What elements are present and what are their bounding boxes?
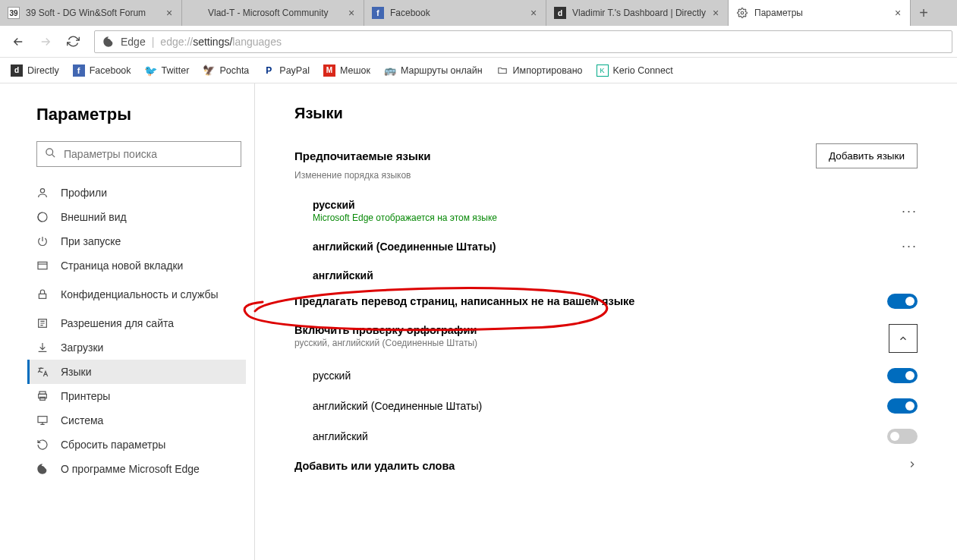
settings-search[interactable] — [36, 141, 241, 167]
power-icon — [36, 235, 50, 247]
edge-icon — [102, 36, 115, 48]
add-languages-button[interactable]: Добавить языки — [816, 143, 918, 168]
gear-icon — [736, 7, 748, 19]
bookmark-twitter[interactable]: 🐦Twitter — [139, 60, 196, 81]
tab-5-active[interactable]: Параметры × — [729, 0, 911, 26]
translate-label: Предлагать перевод страниц, написанных н… — [294, 295, 634, 307]
search-input[interactable] — [64, 148, 233, 160]
sidebar-heading: Параметры — [36, 105, 254, 124]
spell-item-english: английский — [294, 421, 918, 451]
nav-languages[interactable]: Языки — [27, 360, 246, 384]
nav-newtab[interactable]: Страница новой вкладки — [27, 253, 246, 278]
svg-rect-10 — [38, 417, 47, 423]
routes-icon: 🚌 — [384, 64, 396, 77]
edge-icon — [36, 463, 50, 475]
collapse-button[interactable] — [889, 324, 918, 353]
tab-strip: 39 39 Soft - DG Win&Soft Forum × Vlad-T … — [0, 0, 957, 26]
nav-reset[interactable]: Сбросить параметры — [27, 433, 246, 457]
tab-2[interactable]: Vlad-T - Microsoft Community × — [182, 0, 364, 26]
spell-toggle-en-us[interactable] — [887, 398, 918, 414]
language-icon — [36, 366, 50, 378]
favicon-microsoft — [190, 7, 202, 19]
svg-point-2 — [40, 189, 44, 193]
close-icon[interactable]: × — [892, 7, 904, 19]
main-heading: Языки — [294, 105, 918, 122]
favicon-facebook: f — [372, 7, 384, 19]
close-icon[interactable]: × — [527, 7, 540, 19]
nav-printers[interactable]: Принтеры — [27, 384, 246, 408]
svg-rect-5 — [39, 294, 46, 298]
tab-4[interactable]: d Vladimir T.'s Dashboard | Directly × — [546, 0, 729, 26]
translate-setting-row: Предлагать перевод страниц, написанных н… — [294, 286, 918, 316]
bookmark-pochta[interactable]: 🦅Pochta — [197, 60, 255, 81]
tab-title: 39 Soft - DG Win&Soft Forum — [26, 8, 163, 18]
nav-about[interactable]: О программе Microsoft Edge — [27, 457, 246, 481]
nav-profiles[interactable]: Профили — [27, 181, 246, 205]
svg-point-1 — [46, 148, 53, 155]
nav-startup[interactable]: При запуске — [27, 229, 246, 253]
more-icon[interactable]: ··· — [902, 203, 918, 219]
bookmark-facebook[interactable]: fFacebook — [67, 60, 137, 81]
refresh-button[interactable] — [59, 28, 87, 55]
svg-rect-4 — [38, 262, 47, 269]
chevron-up-icon — [898, 333, 908, 344]
spellcheck-setting-row: Включить проверку орфографии русский, ан… — [294, 316, 918, 360]
address-prefix: Edge — [121, 36, 146, 48]
tab-title: Vladimir T.'s Dashboard | Directly — [572, 8, 710, 18]
meshok-icon: М — [323, 64, 335, 77]
new-tab-button[interactable]: + — [911, 0, 937, 26]
tab-title: Facebook — [390, 8, 527, 18]
system-icon — [36, 414, 50, 426]
download-icon — [36, 341, 50, 354]
svg-rect-9 — [40, 397, 46, 400]
nav-site-permissions[interactable]: Разрешения для сайта — [27, 311, 246, 335]
bookmark-kerio[interactable]: KKerio Connect — [590, 60, 679, 81]
bookmark-routes[interactable]: 🚌Маршруты онлайн — [378, 60, 489, 81]
nav-privacy[interactable]: Конфиденциальность и службы — [27, 278, 246, 311]
dictionary-row[interactable]: Добавить или удалить слова — [294, 451, 918, 480]
spell-toggle-english[interactable] — [887, 429, 918, 444]
tab-1[interactable]: 39 39 Soft - DG Win&Soft Forum × — [0, 0, 182, 26]
settings-sidebar: Параметры Профили Внешний вид При запуск… — [0, 83, 255, 560]
address-bar[interactable]: Edge | edge://settings/languages — [94, 30, 952, 53]
tab-3[interactable]: f Facebook × — [364, 0, 546, 26]
newtab-icon — [36, 260, 50, 272]
search-icon — [45, 147, 56, 162]
toolbar: Edge | edge://settings/languages — [0, 26, 957, 58]
tab-title: Vlad-T - Microsoft Community — [208, 8, 345, 18]
directly-icon: d — [11, 64, 23, 77]
preferred-languages-sub: Изменение порядка языков — [294, 170, 918, 181]
facebook-icon: f — [73, 64, 85, 77]
lock-icon — [36, 288, 50, 300]
language-item-english[interactable]: английский — [294, 262, 918, 286]
spellcheck-label: Включить проверку орфографии — [294, 324, 477, 336]
chevron-right-icon — [907, 459, 918, 473]
spell-item-russian: русский — [294, 360, 918, 391]
profile-icon — [36, 187, 50, 199]
tab-title: Параметры — [754, 8, 892, 18]
translate-toggle[interactable] — [887, 294, 918, 309]
main-panel: Языки Предпочитаемые языки Добавить язык… — [255, 83, 957, 560]
close-icon[interactable]: × — [710, 7, 722, 19]
separator: | — [152, 36, 155, 48]
twitter-icon: 🐦 — [145, 64, 157, 77]
close-icon[interactable]: × — [345, 7, 357, 19]
svg-point-0 — [741, 11, 744, 14]
favicon-directly: d — [554, 7, 566, 19]
nav-appearance[interactable]: Внешний вид — [27, 205, 246, 229]
nav-downloads[interactable]: Загрузки — [27, 335, 246, 360]
forward-button[interactable] — [32, 28, 59, 55]
more-icon[interactable]: ··· — [902, 238, 918, 254]
spell-toggle-russian[interactable] — [887, 368, 918, 383]
language-item-en-us[interactable]: английский (Соединенные Штаты) ··· — [294, 231, 918, 262]
language-item-russian[interactable]: русский Microsoft Edge отображается на э… — [294, 191, 918, 231]
dictionary-label: Добавить или удалить слова — [294, 460, 455, 472]
bookmark-directly[interactable]: dDirectly — [5, 60, 65, 81]
bookmark-imported[interactable]: Импортировано — [490, 60, 589, 81]
appearance-icon — [36, 211, 50, 223]
back-button[interactable] — [5, 28, 32, 55]
bookmark-paypal[interactable]: PPayPal — [257, 60, 316, 81]
bookmark-meshok[interactable]: ММешок — [317, 60, 376, 81]
nav-system[interactable]: Система — [27, 408, 246, 433]
close-icon[interactable]: × — [163, 7, 175, 19]
